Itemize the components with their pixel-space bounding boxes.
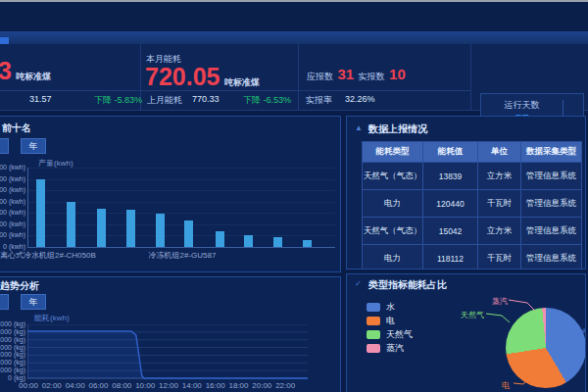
- table-cell: 管理信息系统: [521, 190, 582, 218]
- x-tick-label: 12:00: [156, 381, 181, 390]
- x-tick-label: 06:00: [86, 381, 112, 390]
- bar: [244, 235, 253, 247]
- stat-report-counts: 应报数 31 实报数 10: [307, 66, 406, 83]
- bar: [303, 240, 312, 248]
- divider: [470, 44, 471, 110]
- stat-lastmonth-label: 上月能耗: [147, 94, 182, 107]
- stat-trend: 下降 -6.53%: [243, 94, 291, 107]
- y-tick-label: 0 (kwh): [0, 243, 25, 250]
- legend-swatch: [367, 317, 380, 325]
- running-days-label: 运行天数: [481, 99, 563, 112]
- x-tick-label: 08:00: [109, 381, 134, 390]
- nav-accent: [0, 37, 9, 44]
- stat-value: 73: [0, 57, 12, 84]
- pie-label-steam: 蒸汽: [492, 296, 508, 307]
- divider: [0, 90, 470, 91]
- stat-sub-value: 31.57: [29, 94, 52, 104]
- pie-label-electric: 电: [502, 380, 510, 391]
- legend-item[interactable]: 电: [367, 314, 413, 327]
- x-tick-label: 04:00: [63, 381, 88, 390]
- legend-swatch: [367, 344, 380, 353]
- y-tick-label: ,000 (kg): [0, 351, 25, 358]
- y-tick-label: 00 (kwh): [0, 175, 25, 182]
- pie-chart-panel: ✓ 类型指标能耗占比 水电天然气蒸汽 蒸汽 天然气 电 水: [346, 273, 586, 392]
- bar: [97, 209, 106, 247]
- x-tick-label: 02:00: [39, 381, 65, 390]
- table-cell: 15042: [423, 218, 478, 245]
- report-panel-title: 数据上报情况: [368, 122, 427, 136]
- stat-trend: 下降 -5.83%: [94, 94, 142, 107]
- pie-legend: 水电天然气蒸汽: [367, 300, 413, 355]
- stats-band: 73 吨标准煤 31.57 下降 -5.83% 本月能耗 720.05 吨标准煤…: [0, 44, 588, 111]
- table-cell: 电力: [363, 190, 423, 218]
- gridline: [27, 179, 335, 180]
- legend-label: 电: [386, 315, 395, 327]
- table-header-row: 能耗类型能耗值单位数据采集类型: [363, 142, 582, 163]
- legend-item[interactable]: 蒸汽: [367, 341, 413, 355]
- stat-unit: 吨标准煤: [16, 72, 51, 81]
- x-tick-label: 20:00: [249, 381, 274, 390]
- gridline: [27, 190, 335, 191]
- divider: [298, 44, 299, 110]
- table-row: 电力120440千瓦时管理信息系统: [363, 190, 582, 218]
- table-cell: 管理信息系统: [521, 163, 582, 190]
- table-cell: 天然气（气态）: [363, 218, 423, 245]
- report-table: 能耗类型能耗值单位数据采集类型 天然气（气态）13839立方米管理信息系统电力1…: [362, 141, 582, 270]
- legend-label: 天然气: [386, 328, 413, 341]
- y-axis-line: [27, 168, 28, 247]
- x-tick-label: 00:00: [16, 381, 41, 390]
- table-cell: 立方米: [478, 163, 521, 190]
- stat-today-energy: 73 吨标准煤: [0, 59, 51, 83]
- legend-label: 水: [386, 301, 395, 314]
- table-header-cell: 能耗类型: [363, 142, 423, 163]
- stat-reportrate-value: 32.26%: [345, 94, 375, 104]
- pie-chart[interactable]: [506, 308, 586, 388]
- bar-chart-panel: 前十名 年 产量(kwh) 0 (kwh)00 (kwh)00 (kwh)00 …: [0, 116, 341, 272]
- pie-panel-title: 类型指标能耗占比: [368, 278, 447, 292]
- pie-label-gas: 天然气: [461, 310, 484, 320]
- table-row: 天然气（气态）13839立方米管理信息系统: [363, 163, 582, 190]
- bar: [184, 220, 193, 247]
- stat-reportrate-label: 实报率: [306, 94, 332, 107]
- y-tick-label: ,000 (kg): [0, 320, 25, 327]
- trend-line-svg: [27, 324, 308, 380]
- y-tick-label: 00 (kwh): [0, 231, 25, 238]
- pie-label-water: 水: [582, 325, 586, 336]
- table-cell: 120440: [423, 190, 478, 218]
- table-cell: 118112: [423, 245, 478, 270]
- table-cell: 天然气（气态）: [363, 163, 423, 190]
- bar: [67, 202, 75, 247]
- table-cell: 管理信息系统: [521, 245, 582, 270]
- x-tick-label: 16:00: [203, 381, 228, 390]
- legend-item[interactable]: 天然气: [367, 327, 413, 341]
- x-tick-label: 18:00: [226, 381, 252, 390]
- header-band: [0, 2, 588, 31]
- y-tick-label: ,000 (kg): [0, 367, 25, 373]
- bar-chart-plot[interactable]: 0 (kwh)00 (kwh)00 (kwh)00 (kwh)00 (kwh)0…: [0, 117, 341, 272]
- report-table-panel: ▲ 数据上报情况 能耗类型能耗值单位数据采集类型 天然气（气态）13839立方米…: [346, 116, 586, 270]
- y-tick-label: 00 (kwh): [0, 209, 25, 216]
- legend-label: 蒸汽: [386, 342, 404, 355]
- table-header-cell: 单位: [478, 142, 521, 163]
- collapse-icon[interactable]: ▲: [355, 123, 363, 132]
- y-tick-label: 00 (kwh): [0, 164, 25, 171]
- y-tick-label: 00 (kwh): [0, 198, 25, 205]
- checkmark-icon[interactable]: ✓: [355, 279, 362, 288]
- x-tick-label: 10:00: [132, 381, 158, 390]
- bar: [36, 179, 45, 247]
- trend-chart-panel: 趋势分析 年 能耗(kwh) 0 (kg),000 (kg),000 (kg),…: [0, 276, 341, 392]
- y-tick-label: 00 (kwh): [0, 220, 25, 227]
- legend-swatch: [367, 330, 380, 339]
- stat-unit: 吨标准煤: [224, 77, 260, 87]
- trend-chart-plot[interactable]: 0 (kg),000 (kg),000 (kg),000 (kg),000 (k…: [0, 277, 341, 392]
- table-cell: 立方米: [478, 218, 521, 245]
- table-header-cell: 能耗值: [423, 142, 478, 163]
- y-tick-label: ,000 (kg): [0, 359, 25, 366]
- y-tick-label: ,000 (kg): [0, 336, 25, 343]
- stat-month-energy: 720.05 吨标准煤: [145, 65, 260, 89]
- table-cell: 电力: [363, 245, 423, 270]
- stat-lastmonth-value: 770.33: [192, 94, 220, 104]
- bar: [126, 210, 135, 247]
- legend-item[interactable]: 水: [367, 300, 413, 314]
- table-header-cell: 数据采集类型: [521, 142, 582, 163]
